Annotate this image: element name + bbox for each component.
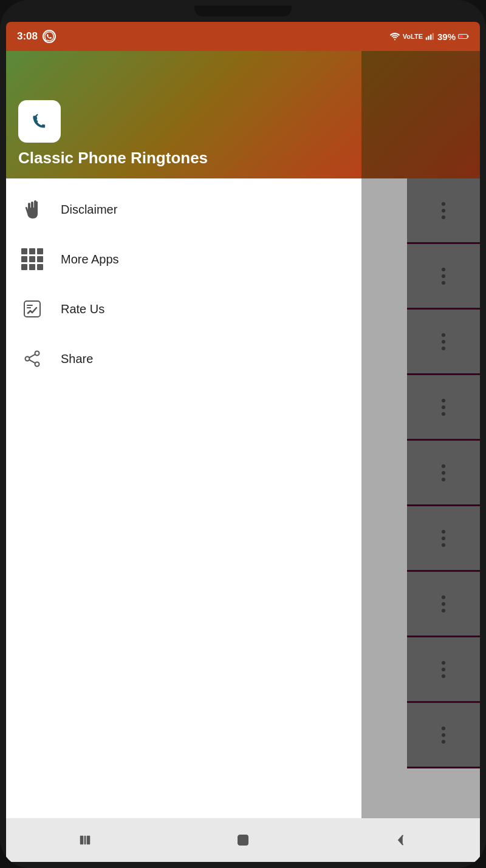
- svg-point-14: [35, 362, 39, 367]
- share-label: Share: [61, 352, 93, 366]
- drawer-app-title: Classic Phone Ringtones: [18, 149, 349, 168]
- main-layout: es: [6, 51, 480, 818]
- svg-rect-19: [87, 836, 91, 845]
- svg-rect-3: [430, 35, 431, 40]
- svg-point-13: [26, 357, 30, 361]
- svg-rect-1: [426, 38, 427, 40]
- navigation-drawer: Classic Phone Ringtones Disclaimer: [6, 51, 361, 818]
- recents-button[interactable]: [61, 825, 109, 855]
- svg-rect-2: [428, 36, 429, 39]
- status-bar: 3:08 VoLTE: [6, 22, 480, 51]
- status-right: VoLTE 39%: [389, 32, 469, 42]
- drawer-item-disclaimer[interactable]: Disclaimer: [6, 185, 361, 234]
- svg-rect-17: [80, 836, 84, 845]
- share-icon: [21, 347, 44, 370]
- bottom-navigation: [6, 818, 480, 862]
- hand-stop-icon: [21, 198, 44, 221]
- rate-us-label: Rate Us: [61, 302, 104, 316]
- whatsapp-icon: [43, 30, 56, 43]
- back-button[interactable]: [377, 825, 425, 855]
- app-icon: [18, 100, 61, 143]
- svg-point-12: [35, 351, 39, 356]
- home-button[interactable]: [219, 825, 267, 855]
- svg-rect-9: [24, 301, 40, 317]
- screen: 3:08 VoLTE: [6, 22, 480, 862]
- svg-rect-4: [433, 33, 434, 39]
- drawer-scrim[interactable]: [361, 51, 480, 818]
- svg-line-15: [29, 354, 35, 358]
- svg-rect-11: [27, 307, 31, 308]
- battery-percent: 39%: [437, 32, 456, 42]
- phone-notch: [0, 0, 486, 22]
- svg-rect-8: [26, 108, 53, 135]
- grid-apps-icon: [21, 248, 44, 271]
- svg-rect-20: [238, 835, 248, 845]
- svg-rect-10: [27, 305, 33, 306]
- disclaimer-label: Disclaimer: [61, 203, 117, 217]
- svg-rect-18: [84, 836, 86, 845]
- more-apps-label: More Apps: [61, 253, 119, 266]
- drawer-header: Classic Phone Ringtones: [6, 51, 361, 178]
- drawer-item-more-apps[interactable]: More Apps: [6, 234, 361, 284]
- status-time: 3:08: [17, 30, 38, 42]
- svg-line-16: [29, 360, 35, 363]
- drawer-item-rate-us[interactable]: Rate Us: [6, 284, 361, 334]
- svg-rect-7: [459, 35, 463, 38]
- drawer-menu: Disclaimer More Apps: [6, 178, 361, 818]
- status-left: 3:08: [17, 30, 56, 43]
- phone-frame: 3:08 VoLTE: [0, 0, 486, 868]
- svg-point-0: [394, 39, 395, 40]
- drawer-item-share[interactable]: Share: [6, 334, 361, 384]
- notch-cutout: [194, 5, 292, 16]
- rate-us-icon: [21, 297, 44, 320]
- svg-rect-6: [468, 35, 469, 37]
